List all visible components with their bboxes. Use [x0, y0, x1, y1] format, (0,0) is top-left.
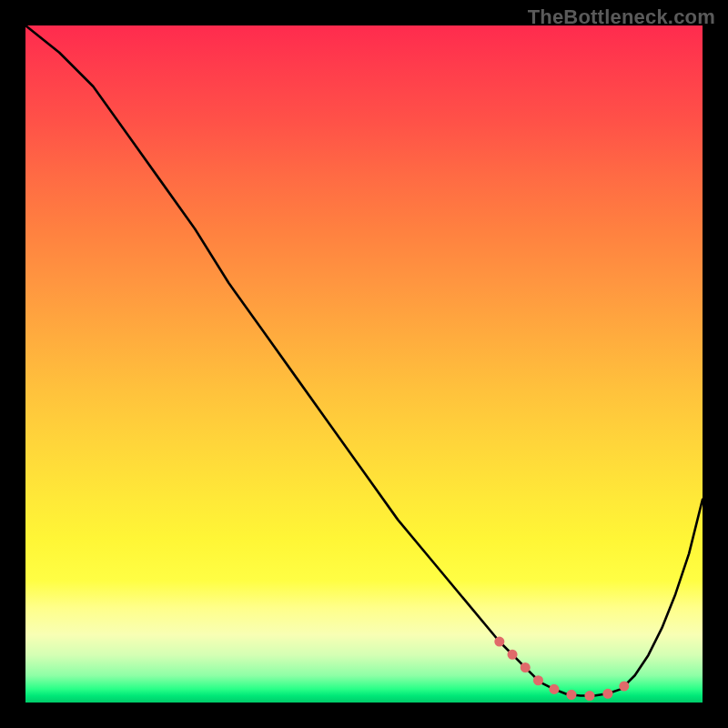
curve-svg — [25, 25, 703, 703]
optimal-zone-dotted — [500, 642, 635, 696]
plot-area — [25, 25, 703, 703]
chart-container: TheBottleneck.com — [0, 0, 728, 728]
watermark-text: TheBottleneck.com — [528, 5, 715, 29]
bottleneck-curve-path — [25, 25, 703, 696]
